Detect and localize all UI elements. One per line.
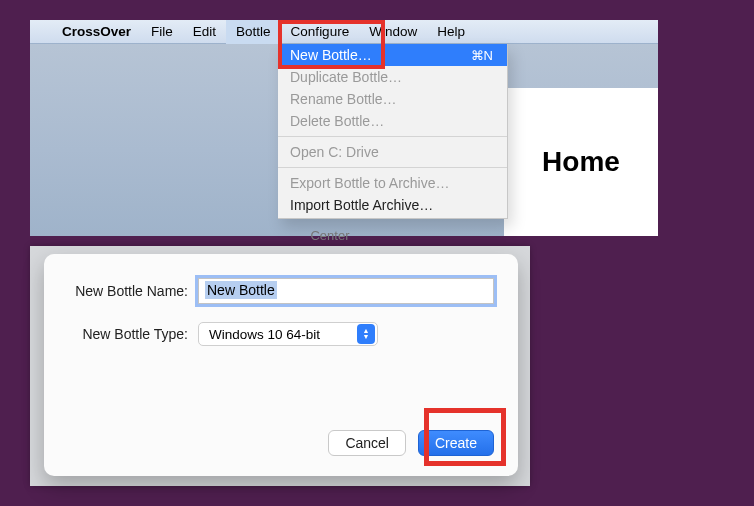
home-panel: Home (504, 88, 658, 236)
menu-edit[interactable]: Edit (183, 20, 226, 44)
menu-item-open-c-drive: Open C: Drive (278, 141, 507, 163)
menu-item-label: New Bottle… (290, 47, 372, 63)
bottle-name-input[interactable]: New Bottle (198, 278, 494, 304)
menu-item-label: Rename Bottle… (290, 91, 397, 107)
menu-bottle[interactable]: Bottle (226, 20, 281, 44)
menu-item-label: Open C: Drive (290, 144, 379, 160)
menu-item-shortcut: ⌘N (471, 48, 493, 63)
app-window-top: CrossOver File Edit Bottle Configure Win… (30, 20, 658, 236)
cancel-button[interactable]: Cancel (328, 430, 406, 456)
create-button[interactable]: Create (418, 430, 494, 456)
menu-separator (278, 136, 507, 137)
app-name[interactable]: CrossOver (52, 24, 141, 39)
bottle-type-value: Windows 10 64-bit (209, 327, 355, 342)
chevron-updown-icon: ▲▼ (357, 324, 375, 344)
label-bottle-name: New Bottle Name: (68, 283, 198, 299)
menu-item-import-bottle[interactable]: Import Bottle Archive… (278, 194, 507, 216)
menu-item-export-bottle: Export Bottle to Archive… (278, 172, 507, 194)
menu-item-duplicate-bottle: Duplicate Bottle… (278, 66, 507, 88)
label-bottle-type: New Bottle Type: (68, 326, 198, 342)
bottle-type-select[interactable]: Windows 10 64-bit ▲▼ (198, 322, 378, 346)
menu-window[interactable]: Window (359, 20, 427, 44)
menu-file[interactable]: File (141, 20, 183, 44)
menu-help[interactable]: Help (427, 20, 475, 44)
bottle-dropdown: New Bottle… ⌘N Duplicate Bottle… Rename … (278, 44, 508, 219)
menu-item-new-bottle[interactable]: New Bottle… ⌘N (278, 44, 507, 66)
menu-item-label: Import Bottle Archive… (290, 197, 433, 213)
create-button-label: Create (435, 435, 477, 451)
row-bottle-type: New Bottle Type: Windows 10 64-bit ▲▼ (68, 322, 494, 346)
cancel-button-label: Cancel (345, 435, 389, 451)
new-bottle-dialog: New Bottle Name: New Bottle New Bottle T… (44, 254, 518, 476)
home-title: Home (542, 146, 620, 178)
dialog-button-row: Cancel Create (328, 430, 494, 456)
menu-item-label: Duplicate Bottle… (290, 69, 402, 85)
menu-bar: CrossOver File Edit Bottle Configure Win… (30, 20, 658, 44)
partial-text-center: Center (270, 228, 390, 238)
bottle-name-value: New Bottle (205, 281, 277, 299)
menu-item-rename-bottle: Rename Bottle… (278, 88, 507, 110)
menu-item-label: Export Bottle to Archive… (290, 175, 450, 191)
row-bottle-name: New Bottle Name: New Bottle (68, 278, 494, 304)
menu-configure[interactable]: Configure (281, 20, 360, 44)
menu-item-label: Delete Bottle… (290, 113, 384, 129)
menu-item-delete-bottle: Delete Bottle… (278, 110, 507, 132)
menu-separator (278, 167, 507, 168)
